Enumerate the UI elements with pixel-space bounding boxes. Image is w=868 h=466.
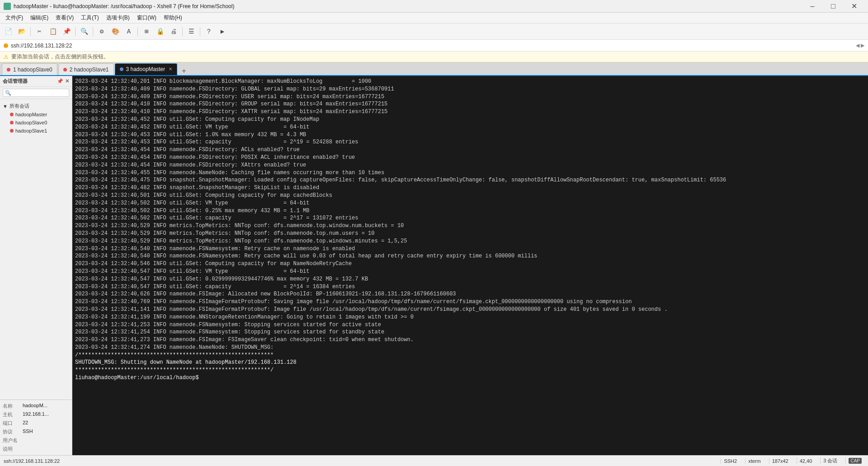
info-label-desc: 说明 [3, 446, 21, 452]
terminal-line: 2023-03-24 12:32:40,453 INFO util.GSet: … [75, 138, 865, 146]
menu-item-b[interactable]: 选项卡(B) [103, 13, 133, 23]
scroll-arrows[interactable]: ◀ ▶ [856, 43, 864, 48]
sidebar-tree: ▼ 所有会话 hadoopMaster hadoopSlave0 hadoopS… [0, 99, 72, 399]
terminal-line: ****************************************… [75, 366, 865, 374]
tab-2-hadoopslave1[interactable]: 2 hadoopSlave1 [58, 63, 114, 75]
tree-group-label: 所有会话 [9, 103, 29, 109]
terminal-line: 2023-03-24 12:32:40,452 INFO util.GSet: … [75, 116, 865, 124]
close-button[interactable]: ✕ [844, 0, 864, 13]
terminal-line: 2023-03-24 12:32:40,546 INFO util.GSet: … [75, 260, 865, 268]
tab-1-hadoopslave0[interactable]: 1 hadoopSlave0 [2, 63, 57, 75]
info-value-port: 22 [23, 420, 28, 427]
terminal-line: 2023-03-24 12:32:40,502 INFO util.GSet: … [75, 200, 865, 207]
add-tab-button[interactable]: + [178, 67, 189, 75]
info-value-protocol: SSH [23, 428, 33, 435]
status-position: 42,40 [797, 458, 815, 464]
status-dimensions: 187x42 [769, 458, 791, 464]
toolbar-sep-5 [182, 27, 183, 36]
cap-text: CAP [849, 458, 862, 464]
tab-label: 2 hadoopSlave1 [70, 67, 109, 73]
address-text: ssh://192.168.131.128:22 [11, 43, 72, 49]
info-row-host: 主机 192.168.1... [3, 410, 69, 419]
copy-button[interactable]: 📋 [47, 25, 59, 38]
terminal-line: 2023-03-24 12:32:41,274 INFO namenode.Na… [75, 344, 865, 352]
info-row-name: 名称 hadoopM... [3, 402, 69, 410]
window-title: hadoopMaster - liuhao@hadoopMaster: /usr… [14, 3, 802, 10]
tab-dot [7, 68, 10, 71]
status-cap-badge: CAP [845, 458, 864, 464]
sidebar-item-hadoopmaster[interactable]: hadoopMaster [3, 110, 69, 119]
terminal-line: 2023-03-24 12:32:41,141 INFO namenode.FS… [75, 306, 865, 314]
terminal-line: 2023-03-24 12:32:40,452 INFO util.GSet: … [75, 124, 865, 131]
paste-button[interactable]: 📌 [60, 25, 73, 38]
cut-button[interactable]: ✂ [33, 25, 46, 38]
session-properties-button[interactable]: ⚙ [95, 25, 108, 38]
terminal-line: 2023-03-24 12:32:40,201 INFO blockmanage… [75, 78, 865, 86]
sidebar-search-input[interactable] [3, 89, 69, 97]
tab-3-hadoopmaster[interactable]: 3 hadoopMaster✕ [115, 63, 178, 75]
host-label-hadoopslave1: hadoopSlave1 [15, 128, 47, 133]
terminal-line: 2023-03-24 12:32:40,410 INFO namenode.FS… [75, 100, 865, 108]
terminal-line: 2023-03-24 12:32:40,482 INFO snapshot.Sn… [75, 184, 865, 192]
terminal-line: 2023-03-24 12:32:40,454 INFO namenode.FS… [75, 154, 865, 162]
sidebar-item-hadoopslave1[interactable]: hadoopSlave1 [3, 127, 69, 135]
info-row-user: 用户名 [3, 436, 69, 445]
status-protocol: SSH2 [721, 458, 740, 464]
menu-item-f[interactable]: 文件(F) [2, 13, 27, 23]
terminal-line: 2023-03-24 12:32:41,273 INFO namenode.FS… [75, 336, 865, 344]
menubar: 文件(F)编辑(E)查看(V)工具(T)选项卡(B)窗口(W)帮助(H) [0, 13, 868, 24]
info-label-user: 用户名 [3, 437, 21, 444]
terminal-line: 2023-03-24 12:32:40,501 INFO util.GSet: … [75, 192, 865, 200]
status-terminal: xterm [745, 458, 764, 464]
menu-item-h[interactable]: 帮助(H) [160, 13, 186, 23]
menu-item-w[interactable]: 窗口(W) [133, 13, 160, 23]
info-label-host: 主机 [3, 411, 21, 418]
tab-close-button[interactable]: ✕ [169, 67, 172, 71]
main-area: 会话管理器 📌 ✕ ▼ 所有会话 hadoopMaster [0, 76, 868, 455]
connection-status-dot [4, 43, 8, 48]
sidebar-pin-button[interactable]: 📌 [57, 78, 63, 84]
new-session-button[interactable]: 📄 [2, 25, 14, 38]
terminal-line: 2023-03-24 12:32:40,547 INFO util.GSet: … [75, 268, 865, 276]
sidebar-search-area [0, 87, 72, 99]
info-bar: ⚠ 要添加当前会话，点击左侧的箭头按钮。 [0, 52, 868, 62]
info-icon: ⚠ [4, 54, 9, 60]
find-button[interactable]: 🔍 [78, 25, 90, 38]
terminal-line: 2023-03-24 12:32:40,455 INFO namenode.Na… [75, 169, 865, 177]
font-button[interactable]: A [123, 25, 135, 38]
info-value-name: hadoopM... [23, 403, 47, 409]
minimize-button[interactable]: – [802, 0, 823, 13]
terminal-line: 2023-03-24 12:32:40,529 INFO metrics.Top… [75, 230, 865, 238]
toolbar-sep-4 [137, 27, 138, 36]
layout-button[interactable]: ☰ [185, 25, 198, 38]
tabbar: 1 hadoopSlave02 hadoopSlave13 hadoopMast… [0, 62, 868, 76]
host-status-dot-slave0 [10, 121, 14, 124]
print-button[interactable]: 🖨 [167, 25, 180, 38]
help-button[interactable]: ? [203, 25, 215, 38]
address-bar: ssh://192.168.131.128:22 ◀ ▶ [0, 40, 868, 52]
statusbar: ssh://192.168.131.128:22 SSH2 xterm 187x… [0, 455, 868, 466]
menu-item-v[interactable]: 查看(V) [52, 13, 77, 23]
split-button[interactable]: ⊞ [140, 25, 153, 38]
menu-item-t[interactable]: 工具(T) [77, 13, 102, 23]
sidebar-item-hadoopslave0[interactable]: hadoopSlave0 [3, 119, 69, 127]
terminal-line: 2023-03-24 12:32:40,547 INFO util.GSet: … [75, 276, 865, 283]
tree-group-header[interactable]: ▼ 所有会话 [3, 102, 69, 110]
terminal-area[interactable]: 2023-03-24 12:32:40,201 INFO blockmanage… [72, 76, 868, 455]
maximize-button[interactable]: □ [823, 0, 844, 13]
info-row-desc: 说明 [3, 445, 69, 453]
menu-item-e[interactable]: 编辑(E) [27, 13, 52, 23]
sidebar-close-button[interactable]: ✕ [65, 78, 69, 84]
info-row-port: 端口 22 [3, 419, 69, 428]
color-scheme-button[interactable]: 🎨 [109, 25, 122, 38]
lock-button[interactable]: 🔒 [154, 25, 166, 38]
tree-expand-icon: ▼ [3, 104, 8, 109]
open-button[interactable]: 📂 [15, 25, 28, 38]
info-value-host: 192.168.1... [23, 411, 49, 418]
extra-button[interactable]: ▶ [216, 25, 229, 38]
terminal-line: 2023-03-24 12:32:41,254 INFO namenode.FS… [75, 328, 865, 336]
terminal-line: 2023-03-24 12:32:40,454 INFO namenode.FS… [75, 146, 865, 154]
terminal-line: 2023-03-24 12:32:40,626 INFO namenode.FS… [75, 290, 865, 298]
terminal-line: 2023-03-24 12:32:40,475 INFO snapshot.Sn… [75, 176, 865, 184]
info-label-port: 端口 [3, 420, 21, 427]
